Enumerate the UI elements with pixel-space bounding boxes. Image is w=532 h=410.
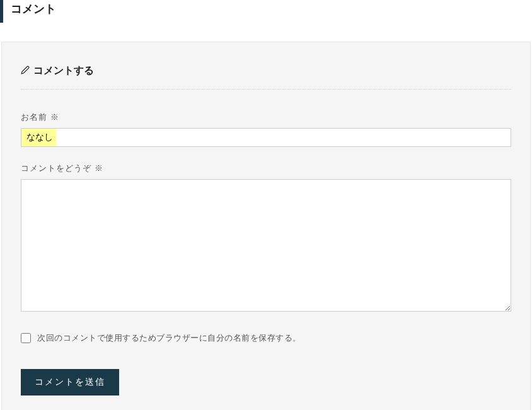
save-name-checkbox-row: 次回のコメントで使用するためブラウザーに自分の名前を保存する。 [21, 332, 511, 344]
required-mark: ※ [50, 112, 59, 122]
submit-comment-button[interactable]: コメントを送信 [21, 369, 119, 395]
comment-label: コメントをどうぞ ※ [21, 163, 511, 174]
save-name-checkbox[interactable] [21, 333, 31, 343]
comment-form-container: コメントする お名前 ※ コメントをどうぞ ※ 次回のコメントで使用するためブラ… [1, 42, 531, 410]
comment-reply-title-text: コメントする [33, 64, 94, 78]
name-field-group: お名前 ※ [21, 112, 511, 147]
page-header: コメント [0, 0, 532, 23]
pencil-icon [21, 66, 30, 77]
name-label-text: お名前 [21, 112, 47, 122]
comment-textarea[interactable] [21, 179, 511, 312]
page-title: コメント [3, 0, 532, 16]
comment-field-group: コメントをどうぞ ※ [21, 163, 511, 313]
name-label: お名前 ※ [21, 112, 511, 123]
comment-reply-title: コメントする [21, 64, 511, 90]
save-name-checkbox-label: 次回のコメントで使用するためブラウザーに自分の名前を保存する。 [37, 332, 301, 344]
name-input[interactable] [21, 128, 511, 147]
required-mark: ※ [95, 163, 103, 173]
comment-label-text: コメントをどうぞ [21, 163, 91, 173]
